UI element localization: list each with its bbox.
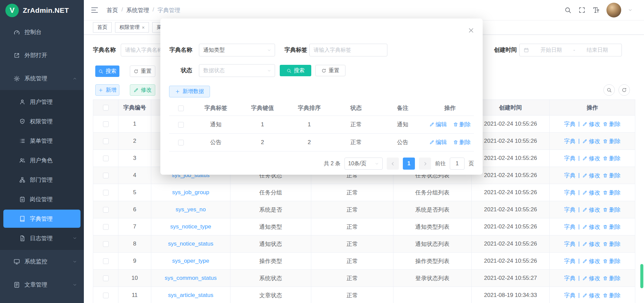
breadcrumb-system[interactable]: 系统管理 <box>126 6 149 14</box>
sidebar-item-article-management[interactable]: 文章管理 <box>0 273 84 296</box>
delete-link[interactable]: 删除 <box>603 223 621 231</box>
sidebar-item-menu-management[interactable]: 菜单管理 <box>3 132 80 150</box>
edit-link[interactable]: 修改 <box>582 155 600 162</box>
edit-button[interactable]: 修改 <box>130 84 155 96</box>
delete-link[interactable]: 删除 <box>603 155 621 162</box>
dict-data-link[interactable]: 字典 <box>564 120 576 128</box>
sidebar-item-permission-management[interactable]: 权限管理 <box>3 112 80 130</box>
dict-data-link[interactable]: 字典 <box>564 223 576 231</box>
row-checkbox[interactable] <box>103 138 109 144</box>
fullscreen-icon[interactable] <box>578 6 586 14</box>
row-checkbox[interactable] <box>103 156 109 161</box>
row-checkbox[interactable] <box>103 293 109 298</box>
refresh-table-button[interactable] <box>619 84 630 96</box>
add-data-button[interactable]: 新增数据 <box>169 86 210 97</box>
sidebar-item-post-management[interactable]: 岗位管理 <box>3 190 80 208</box>
dict-data-link[interactable]: 字典 <box>564 240 576 248</box>
delete-link[interactable]: 删除 <box>603 240 621 248</box>
edit-link[interactable]: 修改 <box>582 189 600 197</box>
chevron-down-icon[interactable] <box>628 8 633 12</box>
goto-page-input[interactable] <box>450 158 465 170</box>
delete-link[interactable]: 删除 <box>603 292 621 299</box>
modal-reset-button[interactable]: 重置 <box>315 65 345 76</box>
select-all-checkbox[interactable] <box>103 105 109 111</box>
delete-link[interactable]: 删除 <box>603 189 621 197</box>
edit-link[interactable]: 修改 <box>582 137 600 145</box>
edit-link[interactable]: 修改 <box>582 120 600 128</box>
edit-link[interactable]: 编辑 <box>429 121 447 128</box>
search-button[interactable]: 搜索 <box>95 66 119 77</box>
edit-link[interactable]: 修改 <box>582 257 600 265</box>
edit-link[interactable]: 修改 <box>582 223 600 231</box>
breadcrumb-home[interactable]: 首页 <box>107 6 118 14</box>
delete-link[interactable]: 删除 <box>453 138 471 146</box>
sidebar-item-system-management[interactable]: 系统管理 <box>0 67 84 90</box>
menu-fold-icon[interactable] <box>91 6 99 14</box>
sidebar-item-user-management[interactable]: 用户管理 <box>3 93 80 111</box>
delete-link[interactable]: 删除 <box>603 274 621 282</box>
font-size-icon[interactable] <box>592 6 600 14</box>
row-checkbox[interactable] <box>178 122 184 128</box>
delete-link[interactable]: 删除 <box>603 172 621 179</box>
dict-data-link[interactable]: 字典 <box>564 292 576 299</box>
tab-permission-management[interactable]: 权限管理 × <box>115 22 149 33</box>
dict-type-link[interactable]: sys_job_group <box>172 189 209 196</box>
sidebar-item-dict-management[interactable]: 字典管理 <box>3 210 80 228</box>
close-icon[interactable] <box>468 27 474 34</box>
sidebar-item-dashboard[interactable]: 控制台 <box>0 20 84 44</box>
delete-link[interactable]: 删除 <box>603 257 621 265</box>
row-checkbox[interactable] <box>103 224 109 230</box>
dict-type-link[interactable]: sys_article_status <box>168 292 213 299</box>
edit-link[interactable]: 编辑 <box>429 138 447 146</box>
delete-link[interactable]: 删除 <box>603 206 621 214</box>
dict-data-link[interactable]: 字典 <box>564 274 576 282</box>
dict-data-link[interactable]: 字典 <box>564 189 576 197</box>
dict-data-link[interactable]: 字典 <box>564 155 576 162</box>
current-page-button[interactable]: 1 <box>403 158 415 170</box>
next-page-button[interactable] <box>419 158 431 170</box>
close-tab-icon[interactable]: × <box>142 25 145 30</box>
edit-link[interactable]: 修改 <box>582 206 600 214</box>
delete-link[interactable]: 删除 <box>603 137 621 145</box>
delete-link[interactable]: 删除 <box>603 120 621 128</box>
status-select[interactable]: 数据状态 <box>199 64 275 77</box>
delete-link[interactable]: 删除 <box>453 121 471 128</box>
page-size-select[interactable]: 10条/页 <box>344 158 383 170</box>
dict-name-select[interactable]: 通知类型 <box>199 44 275 56</box>
scrollbar-thumb[interactable] <box>640 264 643 288</box>
tab-home[interactable]: 首页 <box>93 22 112 33</box>
dict-data-link[interactable]: 字典 <box>564 172 576 179</box>
row-checkbox[interactable] <box>103 275 109 281</box>
edit-link[interactable]: 修改 <box>582 292 600 299</box>
row-checkbox[interactable] <box>178 140 184 145</box>
dict-type-link[interactable]: sys_notice_status <box>168 241 213 247</box>
dict-type-link[interactable]: sys_common_status <box>165 275 217 282</box>
row-checkbox[interactable] <box>103 121 109 127</box>
edit-link[interactable]: 修改 <box>582 274 600 282</box>
dict-tag-input[interactable] <box>309 44 387 56</box>
edit-link[interactable]: 修改 <box>582 172 600 179</box>
prev-page-button[interactable] <box>387 158 399 170</box>
select-all-checkbox[interactable] <box>178 105 184 111</box>
reset-button[interactable]: 重置 <box>130 66 155 77</box>
row-checkbox[interactable] <box>103 258 109 264</box>
sidebar-item-system-monitor[interactable]: 系统监控 <box>0 250 84 273</box>
modal-search-button[interactable]: 搜索 <box>280 65 311 76</box>
toggle-search-button[interactable] <box>603 84 615 96</box>
row-checkbox[interactable] <box>103 190 109 196</box>
row-checkbox[interactable] <box>103 173 109 178</box>
dict-data-link[interactable]: 字典 <box>564 257 576 265</box>
dict-data-link[interactable]: 字典 <box>564 137 576 145</box>
dict-data-link[interactable]: 字典 <box>564 206 576 214</box>
sidebar-item-department-management[interactable]: 部门管理 <box>3 171 80 189</box>
edit-link[interactable]: 修改 <box>582 240 600 248</box>
row-checkbox[interactable] <box>103 241 109 247</box>
dict-type-link[interactable]: sys_oper_type <box>172 258 209 264</box>
dict-type-link[interactable]: sys_yes_no <box>176 206 206 213</box>
sidebar-item-external-open[interactable]: 外部打开 <box>0 44 84 67</box>
row-checkbox[interactable] <box>103 207 109 213</box>
date-range-picker[interactable]: 开始日期 - 结束日期 <box>519 44 622 56</box>
user-avatar[interactable] <box>606 3 621 17</box>
sidebar-item-log-management[interactable]: 日志管理 <box>3 229 80 247</box>
sidebar-item-user-roles[interactable]: 用户角色 <box>3 151 80 169</box>
